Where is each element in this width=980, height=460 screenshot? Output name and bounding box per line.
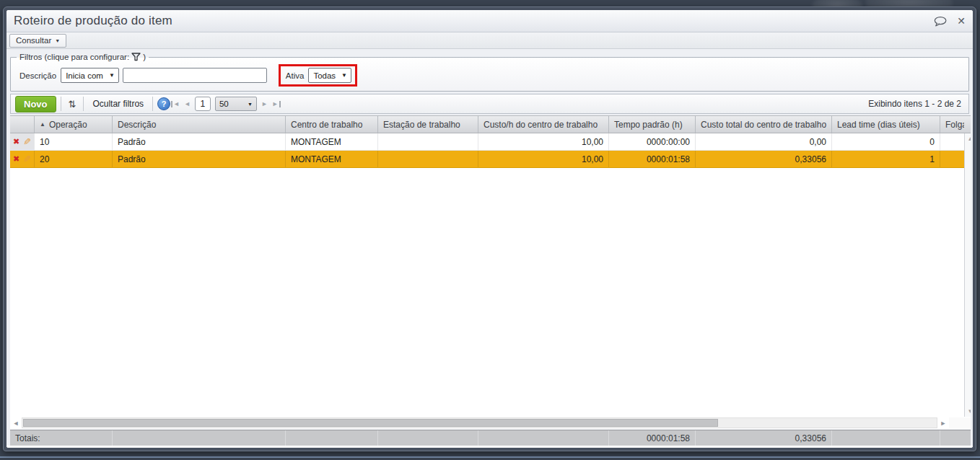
cell-custo-h: 10,00 <box>478 133 609 150</box>
consultar-menu-label: Consultar <box>16 36 51 45</box>
totals-cell <box>113 430 286 446</box>
cell-lead-time: 1 <box>832 151 940 167</box>
menu-bar: Consultar ▼ <box>6 32 973 49</box>
ativa-filter-highlight: Ativa Todas ▼ <box>279 64 357 87</box>
cell-centro-de-trabalho: MONTAGEM <box>286 151 378 167</box>
window-bottom-padding <box>6 446 973 448</box>
descricao-operator-select[interactable]: Inicia com ▼ <box>61 68 119 83</box>
column-header-tempo-padrao[interactable]: Tempo padrão (h) <box>609 116 696 133</box>
chevron-down-icon: ▼ <box>55 38 60 43</box>
column-header-lead-time[interactable]: Lead time (dias úteis) <box>832 116 940 133</box>
ocultar-filtros-button[interactable]: Ocultar filtros <box>88 99 148 109</box>
column-header-estacao-de-trabalho[interactable]: Estação de trabalho <box>378 116 478 133</box>
prev-page-icon[interactable]: ◄ <box>184 101 191 107</box>
cell-custo-h: 10,00 <box>478 151 609 167</box>
toolbar-separator <box>152 97 153 111</box>
table-row[interactable]: ✖ ✎ 10 Padrão MONTAGEM 10,00 0000:00:00 … <box>10 133 964 151</box>
filters-legend[interactable]: Filtros (clique para configurar: ) <box>17 53 149 61</box>
cell-descricao: Padrão <box>113 151 286 167</box>
totals-cell <box>378 430 478 446</box>
chevron-down-icon: ▼ <box>341 72 347 79</box>
scroll-down-icon[interactable]: ▼ <box>968 408 971 415</box>
cell-descricao: Padrão <box>113 133 286 150</box>
horizontal-scrollbar[interactable]: ◄ ► <box>10 417 971 429</box>
scroll-up-icon[interactable]: ▲ <box>968 136 971 142</box>
vertical-scrollbar[interactable]: ▲ ▼ <box>964 133 971 417</box>
comment-icon[interactable] <box>934 16 948 27</box>
cell-folga <box>940 133 964 150</box>
totals-label: Totais: <box>10 430 113 446</box>
column-header-centro-de-trabalho[interactable]: Centro de trabalho <box>286 116 378 133</box>
row-actions-cell: ✖ ✎ <box>10 133 35 150</box>
chevron-down-icon: ▼ <box>248 102 253 107</box>
page-number-input[interactable]: 1 <box>195 97 211 111</box>
refresh-icon[interactable]: ⇅ <box>66 99 79 110</box>
column-header-custo-h[interactable]: Custo/h do centro de trabalho <box>478 116 609 133</box>
grid-header-row: ▲ Operação Descrição Centro de trabalho … <box>10 115 971 133</box>
edit-pencil-icon[interactable]: ✎ <box>23 154 31 164</box>
scrollbar-corner <box>949 417 971 428</box>
descricao-filter-input[interactable] <box>123 68 267 83</box>
descricao-filter-label: Descrição <box>19 71 56 80</box>
novo-button[interactable]: Novo <box>15 96 56 112</box>
cell-custo-total: 0,33056 <box>696 151 832 167</box>
data-grid: ▲ Operação Descrição Centro de trabalho … <box>10 115 971 417</box>
column-header-operacao[interactable]: ▲ Operação <box>35 116 113 133</box>
cell-tempo-padrao: 0000:01:58 <box>609 151 696 167</box>
cell-estacao-de-trabalho <box>378 151 478 167</box>
toolbar-separator <box>83 97 84 111</box>
ativa-filter-select[interactable]: Todas ▼ <box>308 68 351 83</box>
cell-estacao-de-trabalho <box>378 133 478 150</box>
column-header-custo-total[interactable]: Custo total do centro de trabalho <box>696 116 832 133</box>
cell-operacao: 20 <box>35 151 113 167</box>
cell-centro-de-trabalho: MONTAGEM <box>286 133 378 150</box>
next-page-icon[interactable]: ► <box>261 101 268 107</box>
table-row-selected[interactable]: ✖ ✎ 20 Padrão MONTAGEM 10,00 0000:01:58 … <box>10 151 964 168</box>
pagination: ◄ ◄ 1 50 ▼ ► ► <box>173 97 279 111</box>
actions-column-header <box>10 116 35 133</box>
first-page-icon[interactable]: ◄ <box>173 101 180 107</box>
sort-asc-icon: ▲ <box>40 121 45 128</box>
horizontal-scroll-track[interactable] <box>22 417 937 428</box>
close-icon[interactable]: ✕ <box>957 16 966 26</box>
header-spacer <box>964 116 971 133</box>
scroll-left-icon[interactable]: ◄ <box>10 420 22 427</box>
scroll-right-icon[interactable]: ► <box>937 420 949 427</box>
grid-toolbar: Novo ⇅ Ocultar filtros ? ◄ ◄ 1 50 ▼ <box>10 94 969 114</box>
page-size-select[interactable]: 50 ▼ <box>215 97 257 111</box>
totals-tempo-padrao: 0000:01:58 <box>609 430 696 446</box>
help-icon[interactable]: ? <box>157 97 170 110</box>
cell-operacao: 10 <box>35 133 113 150</box>
cell-folga <box>940 151 964 167</box>
cell-tempo-padrao: 0000:00:00 <box>609 133 696 150</box>
title-bar: Roteiro de produção do item ✕ <box>6 10 973 32</box>
totals-cell <box>286 430 378 446</box>
ativa-filter-label: Ativa <box>286 71 305 80</box>
items-range-info: Exibindo itens 1 - 2 de 2 <box>868 99 964 109</box>
page-title: Roteiro de produção do item <box>14 14 172 28</box>
page-bottom-edge <box>0 456 980 458</box>
filters-panel: Filtros (clique para configurar: ) Descr… <box>10 53 969 92</box>
column-header-folga[interactable]: Folga <box>940 116 964 133</box>
grid-body: ✖ ✎ 10 Padrão MONTAGEM 10,00 0000:00:00 … <box>10 133 971 417</box>
delete-icon[interactable]: ✖ <box>13 154 19 164</box>
chevron-down-icon: ▼ <box>109 72 115 79</box>
screen-background: Roteiro de produção do item ✕ Consultar … <box>0 0 980 460</box>
dialog-window: Roteiro de produção do item ✕ Consultar … <box>3 6 976 451</box>
column-header-descricao[interactable]: Descrição <box>113 116 286 133</box>
cell-lead-time: 0 <box>832 133 940 150</box>
totals-row: Totais: 0000:01:58 0,33056 <box>10 430 971 446</box>
toolbar-separator <box>61 97 61 111</box>
edit-pencil-icon[interactable]: ✎ <box>23 136 31 147</box>
cell-custo-total: 0,00 <box>696 133 832 150</box>
delete-icon[interactable]: ✖ <box>13 137 19 146</box>
horizontal-scroll-thumb[interactable] <box>23 419 718 427</box>
totals-cell <box>478 430 609 446</box>
totals-custo-total: 0,33056 <box>696 430 832 446</box>
row-actions-cell: ✖ ✎ <box>10 151 35 167</box>
filter-funnel-icon <box>131 53 141 61</box>
consultar-menu-button[interactable]: Consultar ▼ <box>9 34 66 48</box>
totals-cell <box>832 430 940 446</box>
last-page-icon[interactable]: ► <box>272 101 279 107</box>
totals-cell <box>940 430 971 446</box>
